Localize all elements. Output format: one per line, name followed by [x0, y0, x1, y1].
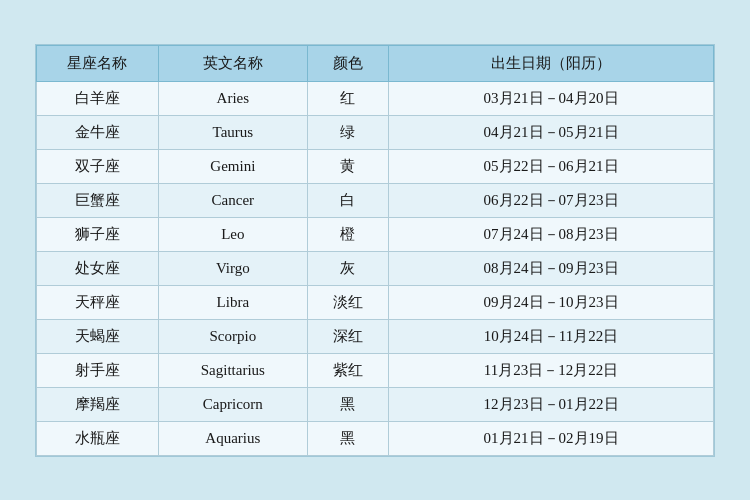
cell-date: 11月23日－12月22日: [389, 353, 714, 387]
zodiac-table-container: 星座名称 英文名称 颜色 出生日期（阳历） 白羊座Aries红03月21日－04…: [35, 44, 715, 457]
table-body: 白羊座Aries红03月21日－04月20日金牛座Taurus绿04月21日－0…: [37, 81, 714, 455]
cell-date: 06月22日－07月23日: [389, 183, 714, 217]
cell-chinese-name: 射手座: [37, 353, 159, 387]
cell-color: 红: [307, 81, 388, 115]
cell-date: 10月24日－11月22日: [389, 319, 714, 353]
header-color: 颜色: [307, 45, 388, 81]
cell-color: 橙: [307, 217, 388, 251]
cell-chinese-name: 天蝎座: [37, 319, 159, 353]
cell-english-name: Gemini: [158, 149, 307, 183]
cell-english-name: Libra: [158, 285, 307, 319]
cell-color: 紫红: [307, 353, 388, 387]
cell-date: 04月21日－05月21日: [389, 115, 714, 149]
header-chinese-name: 星座名称: [37, 45, 159, 81]
cell-date: 05月22日－06月21日: [389, 149, 714, 183]
table-header-row: 星座名称 英文名称 颜色 出生日期（阳历）: [37, 45, 714, 81]
table-row: 处女座Virgo灰08月24日－09月23日: [37, 251, 714, 285]
cell-english-name: Virgo: [158, 251, 307, 285]
table-row: 摩羯座Capricorn黑12月23日－01月22日: [37, 387, 714, 421]
cell-color: 黑: [307, 387, 388, 421]
zodiac-table: 星座名称 英文名称 颜色 出生日期（阳历） 白羊座Aries红03月21日－04…: [36, 45, 714, 456]
cell-english-name: Taurus: [158, 115, 307, 149]
cell-english-name: Aquarius: [158, 421, 307, 455]
cell-date: 09月24日－10月23日: [389, 285, 714, 319]
cell-chinese-name: 水瓶座: [37, 421, 159, 455]
cell-chinese-name: 摩羯座: [37, 387, 159, 421]
table-row: 狮子座Leo橙07月24日－08月23日: [37, 217, 714, 251]
header-date: 出生日期（阳历）: [389, 45, 714, 81]
cell-chinese-name: 巨蟹座: [37, 183, 159, 217]
header-english-name: 英文名称: [158, 45, 307, 81]
table-row: 白羊座Aries红03月21日－04月20日: [37, 81, 714, 115]
table-row: 水瓶座Aquarius黑01月21日－02月19日: [37, 421, 714, 455]
cell-date: 03月21日－04月20日: [389, 81, 714, 115]
cell-color: 黄: [307, 149, 388, 183]
cell-color: 绿: [307, 115, 388, 149]
cell-chinese-name: 白羊座: [37, 81, 159, 115]
table-row: 巨蟹座Cancer白06月22日－07月23日: [37, 183, 714, 217]
cell-color: 淡红: [307, 285, 388, 319]
cell-chinese-name: 天秤座: [37, 285, 159, 319]
cell-date: 01月21日－02月19日: [389, 421, 714, 455]
cell-english-name: Sagittarius: [158, 353, 307, 387]
cell-english-name: Capricorn: [158, 387, 307, 421]
table-row: 双子座Gemini黄05月22日－06月21日: [37, 149, 714, 183]
cell-date: 12月23日－01月22日: [389, 387, 714, 421]
cell-color: 深红: [307, 319, 388, 353]
cell-chinese-name: 处女座: [37, 251, 159, 285]
cell-color: 白: [307, 183, 388, 217]
cell-color: 灰: [307, 251, 388, 285]
table-row: 金牛座Taurus绿04月21日－05月21日: [37, 115, 714, 149]
cell-color: 黑: [307, 421, 388, 455]
cell-chinese-name: 狮子座: [37, 217, 159, 251]
table-row: 射手座Sagittarius紫红11月23日－12月22日: [37, 353, 714, 387]
table-row: 天蝎座Scorpio深红10月24日－11月22日: [37, 319, 714, 353]
cell-english-name: Cancer: [158, 183, 307, 217]
cell-english-name: Aries: [158, 81, 307, 115]
cell-english-name: Scorpio: [158, 319, 307, 353]
cell-date: 07月24日－08月23日: [389, 217, 714, 251]
cell-chinese-name: 双子座: [37, 149, 159, 183]
cell-date: 08月24日－09月23日: [389, 251, 714, 285]
table-row: 天秤座Libra淡红09月24日－10月23日: [37, 285, 714, 319]
cell-chinese-name: 金牛座: [37, 115, 159, 149]
cell-english-name: Leo: [158, 217, 307, 251]
